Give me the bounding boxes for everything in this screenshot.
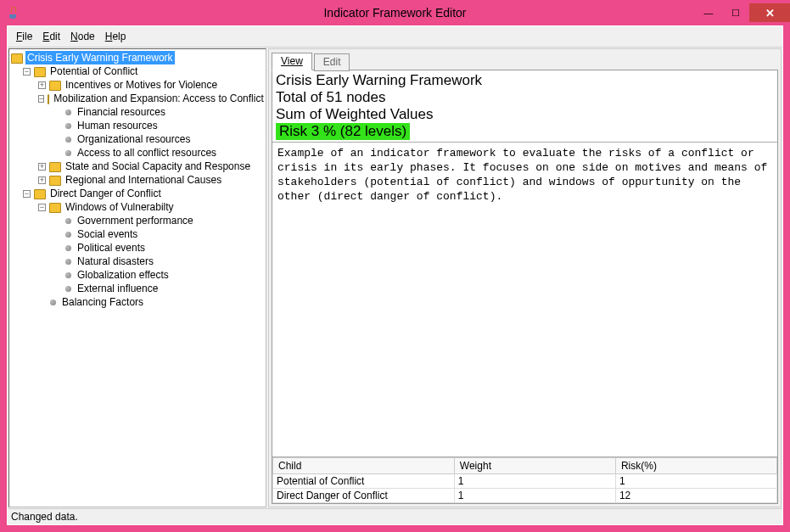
folder-icon — [34, 67, 46, 77]
tab-label: Edit — [323, 56, 341, 68]
description-text: Example of an indicator framework to eva… — [272, 143, 777, 456]
expand-icon[interactable]: + — [38, 163, 46, 171]
summary-total: Total of 51 nodes — [276, 89, 774, 106]
table-row[interactable]: Potential of Conflict 1 1 — [273, 474, 777, 489]
tree-label: State and Social Capacity and Response — [64, 160, 252, 173]
folder-icon — [49, 176, 61, 186]
leaf-icon — [65, 109, 71, 115]
folder-icon — [49, 81, 61, 91]
tree-label: Government performance — [76, 214, 195, 227]
col-risk: Risk(%) — [615, 458, 776, 474]
tree-label: Potential of Conflict — [48, 64, 139, 78]
leaf-icon — [65, 123, 71, 129]
leaf-icon — [65, 218, 71, 224]
collapse-icon[interactable]: − — [23, 68, 31, 76]
minimize-button[interactable]: — — [695, 3, 722, 22]
menubar: File Edit Node Help — [8, 26, 782, 48]
cell: Potential of Conflict — [273, 474, 455, 489]
tree-label: Organizational resources — [76, 132, 192, 146]
tree-item[interactable]: Organizational resources — [9, 132, 266, 146]
menu-edit[interactable]: Edit — [39, 30, 64, 43]
tree-label: Mobilization and Expansion: Access to Co… — [52, 92, 266, 105]
summary-title: Crisis Early Warning Framework — [276, 72, 774, 89]
leaf-icon — [65, 137, 71, 143]
tree-item[interactable]: Government performance — [9, 214, 266, 227]
leaf-icon — [65, 259, 71, 265]
table-header-row: Child Weight Risk(%) — [273, 458, 777, 474]
tree-item[interactable]: Globalization effects — [9, 268, 266, 282]
folder-icon — [48, 94, 49, 104]
tree-label: Balancing Factors — [60, 295, 145, 309]
cell: 1 — [454, 489, 615, 503]
tree-item[interactable]: Financial resources — [9, 105, 266, 119]
tree-item[interactable]: −Direct Danger of Conflict — [9, 187, 266, 200]
tab-label: View — [281, 55, 303, 67]
folder-icon — [49, 162, 61, 172]
tree-item[interactable]: Access to all conflict resources — [9, 146, 266, 160]
tree-item[interactable]: Human resources — [9, 119, 266, 132]
cell: Direct Danger of Conflict — [273, 489, 455, 503]
tab-bar: View Edit — [269, 49, 781, 70]
tree-item[interactable]: −Mobilization and Expansion: Access to C… — [9, 92, 266, 105]
tree-item[interactable]: −Windows of Vulnerabilty — [9, 200, 266, 214]
tree-label: Regional and International Causes — [64, 173, 223, 187]
leaf-icon — [65, 245, 71, 251]
tree-panel[interactable]: Crisis Early Warning Framework −Potentia… — [8, 48, 266, 507]
tree-item[interactable]: Social events — [9, 227, 266, 241]
menu-node[interactable]: Node — [67, 30, 98, 43]
tree-item[interactable]: +Regional and International Causes — [9, 173, 266, 187]
detail-panel: View Edit Crisis Early Warning Framework… — [268, 48, 782, 507]
collapse-icon[interactable]: − — [38, 95, 44, 103]
leaf-icon — [50, 300, 56, 305]
tree-label: External influence — [76, 282, 160, 295]
tree-label: Natural disasters — [76, 255, 155, 268]
tree-label: Political events — [76, 241, 147, 255]
summary-sum: Sum of Weighted Values — [276, 106, 774, 123]
tree-label: Windows of Vulnerabilty — [64, 200, 176, 214]
cell: 1 — [454, 474, 615, 489]
tree-label: Social events — [76, 227, 139, 241]
folder-icon — [34, 189, 46, 199]
tree-label: Access to all conflict resources — [76, 146, 218, 160]
expand-icon[interactable]: + — [38, 176, 46, 184]
tree-item[interactable]: Natural disasters — [9, 255, 266, 268]
collapse-icon[interactable]: − — [23, 190, 31, 198]
summary-risk: Risk 3 % (82 levels) — [276, 123, 410, 140]
tree-label: Human resources — [76, 119, 160, 132]
expand-icon[interactable]: + — [38, 81, 46, 89]
tab-view[interactable]: View — [272, 53, 312, 70]
menu-help[interactable]: Help — [102, 30, 130, 43]
tree-label: Globalization effects — [76, 268, 171, 282]
tree-root[interactable]: Crisis Early Warning Framework — [9, 51, 266, 64]
collapse-icon[interactable]: − — [38, 204, 46, 211]
tree-item[interactable]: External influence — [9, 282, 266, 295]
java-icon — [7, 6, 20, 20]
close-button[interactable]: ✕ — [749, 3, 790, 22]
tree-label: Incentives or Motives for Violence — [64, 78, 219, 92]
tree-item[interactable]: Political events — [9, 241, 266, 255]
col-child: Child — [273, 458, 455, 474]
tab-edit[interactable]: Edit — [314, 53, 350, 71]
summary-block: Crisis Early Warning Framework Total of … — [272, 70, 777, 143]
status-bar: Changed data. — [8, 508, 782, 524]
tree-label: Direct Danger of Conflict — [48, 187, 163, 200]
cell: 1 — [615, 474, 776, 489]
menu-file[interactable]: File — [13, 30, 36, 43]
leaf-icon — [65, 272, 71, 278]
table-row[interactable]: Direct Danger of Conflict 1 12 — [273, 489, 777, 503]
tree-item[interactable]: +State and Social Capacity and Response — [9, 160, 266, 173]
tree-item[interactable]: Balancing Factors — [9, 295, 266, 309]
cell: 12 — [615, 489, 776, 503]
leaf-icon — [65, 286, 71, 292]
tree-item[interactable]: −Potential of Conflict — [9, 64, 266, 78]
leaf-icon — [65, 232, 71, 238]
titlebar: Indicator Framework Editor — ☐ ✕ — [0, 0, 790, 25]
tree-item[interactable]: +Incentives or Motives for Violence — [9, 78, 266, 92]
folder-icon — [11, 53, 23, 64]
tree-label: Financial resources — [76, 105, 167, 119]
maximize-button[interactable]: ☐ — [722, 3, 749, 22]
col-weight: Weight — [454, 458, 615, 474]
window-title: Indicator Framework Editor — [323, 6, 466, 20]
tree-label: Crisis Early Warning Framework — [25, 51, 175, 64]
folder-icon — [49, 203, 61, 213]
